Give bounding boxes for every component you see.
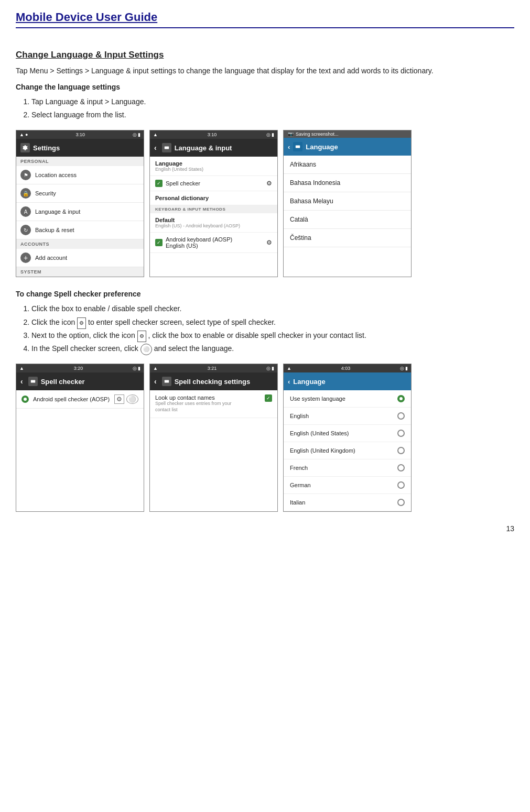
back-arrow-5: ‹ xyxy=(154,377,157,386)
wifi-icon-4: ◎ xyxy=(133,366,137,371)
spell-checker-gear-icon[interactable]: ⚙ xyxy=(266,180,272,187)
english-us-radio xyxy=(397,430,405,437)
page-number: 13 xyxy=(16,524,514,533)
default-item[interactable]: Default English (US) - Android keyboard … xyxy=(150,213,277,233)
page-title: Mobile Device User Guide xyxy=(16,10,514,28)
phone-screen-spell-settings: ▲ 3:21 ◎ ▮ ‹ Spell checking settings Loo… xyxy=(149,364,278,512)
phone-screen-lang-input: ▲ 3:10 ◎ ▮ ‹ Language & input Language E… xyxy=(149,130,278,277)
plus-icon: + xyxy=(20,253,31,263)
screen2-header-bar: ‹ Language & input xyxy=(150,139,277,157)
english-us-label: English (United States) xyxy=(290,430,349,436)
system-icons-5: ◎ ▮ xyxy=(266,366,274,371)
lang-input-list: Language English (United States) ✓ Spell… xyxy=(150,157,277,253)
spell-lang-icon[interactable]: ⚪ xyxy=(126,394,138,404)
catala-item[interactable]: Català xyxy=(284,211,411,229)
spell-checker-checkbox[interactable]: ✓ xyxy=(155,180,163,187)
phone-screen-spell-checker: ▲ 3:20 ◎ ▮ ‹ Spell checker A xyxy=(16,364,144,512)
status-bar-1: ▲ ● 3:10 ◎ ▮ xyxy=(16,130,144,139)
status-bar-6: ▲ 4:03 ◎ ▮ xyxy=(284,364,411,372)
status-icons-5: ▲ xyxy=(153,366,158,371)
section1-intro: Tap Menu > Settings > Language & input s… xyxy=(16,65,514,76)
english-uk-item[interactable]: English (United Kingdom) xyxy=(284,442,411,459)
notif-icon-2: ▲ xyxy=(153,132,158,137)
bahasa-indonesia-item[interactable]: Bahasa Indonesia xyxy=(284,174,411,192)
english-item[interactable]: English xyxy=(284,408,411,425)
notif-icon-6: ▲ xyxy=(287,366,291,371)
phone-screen-lang-radio: ▲ 4:03 ◎ ▮ ‹ Language Use system languag… xyxy=(283,364,412,512)
add-account-item[interactable]: + Add account xyxy=(16,249,144,267)
security-label: Security xyxy=(35,190,56,196)
use-system-language-item[interactable]: Use system language xyxy=(284,390,411,408)
lookup-contact-item[interactable]: Look up contact names Spell checker uses… xyxy=(150,390,277,418)
system-icons-6: ◎ ▮ xyxy=(400,366,408,371)
battery-icon-2: ▮ xyxy=(272,132,274,137)
security-item[interactable]: 🔒 Security xyxy=(16,184,144,203)
settings-list-1: PERSONAL ⚑ Location access 🔒 Security A … xyxy=(16,157,144,277)
section1-title: Change Language & Input Settings xyxy=(16,50,514,60)
english-radio xyxy=(397,412,405,420)
spell-checker-item[interactable]: ✓ Spell checker ⚙ xyxy=(150,176,277,191)
french-radio xyxy=(397,464,405,471)
section1-step-1: Tap Language & input > Language. xyxy=(31,95,514,108)
section1-subsection: Change the language settings xyxy=(16,83,514,91)
location-access-item[interactable]: ⚑ Location access xyxy=(16,166,144,184)
add-account-label: Add account xyxy=(35,255,67,261)
bahasa-melayu-item[interactable]: Bahasa Melayu xyxy=(284,192,411,211)
spell-checker-icon-ref: ⚙ xyxy=(77,317,86,329)
english-uk-radio xyxy=(397,447,405,454)
globe-icon-ref: ⚪ xyxy=(140,344,152,355)
lang-input-icon xyxy=(162,143,171,152)
system-section-label: SYSTEM xyxy=(16,267,144,277)
personal-dict-label: Personal dictionary xyxy=(155,195,272,201)
spell-item-left: Android spell checker (AOSP) xyxy=(21,396,110,403)
personal-dict-item[interactable]: Personal dictionary xyxy=(150,191,277,205)
italian-item[interactable]: Italian xyxy=(284,494,411,511)
section1-steps: Tap Language & input > Language. Select … xyxy=(31,95,514,122)
android-kb-item[interactable]: ✓ Android keyboard (AOSP) English (US) ⚙ xyxy=(150,233,277,253)
default-label: Default xyxy=(155,217,272,223)
status-icons-1: ▲ ● xyxy=(19,132,28,137)
backup-reset-label: Backup & reset xyxy=(35,227,74,233)
backup-reset-item[interactable]: ↻ Backup & reset xyxy=(16,221,144,239)
notification-icon: ▲ xyxy=(19,132,24,137)
cestina-item[interactable]: Čeština xyxy=(284,229,411,247)
spell-settings-icon[interactable]: ⚙ xyxy=(114,394,124,404)
spell-settings-list: Look up contact names Spell checker uses… xyxy=(150,390,277,418)
section1-step-2: Select language from the list. xyxy=(31,108,514,122)
spell-checker-header-icon xyxy=(28,377,38,386)
german-label: German xyxy=(290,482,311,488)
language-list-icon xyxy=(293,142,302,151)
option-icon-ref: ⚙ xyxy=(137,331,146,342)
android-spell-checker-item[interactable]: Android spell checker (AOSP) ⚙ ⚪ xyxy=(16,390,144,409)
android-spell-label: Android spell checker (AOSP) xyxy=(33,396,110,402)
notif-icon-5: ▲ xyxy=(153,366,158,371)
android-kb-label: Android keyboard (AOSP) xyxy=(166,236,232,243)
status-bar-2: ▲ 3:10 ◎ ▮ xyxy=(150,130,277,139)
saving-screenshot-icon: 📷 xyxy=(288,131,294,137)
german-item[interactable]: German xyxy=(284,477,411,494)
french-item[interactable]: French xyxy=(284,459,411,477)
screen5-title: Spell checking settings xyxy=(175,378,251,386)
afrikaans-item[interactable]: Afrikaans xyxy=(284,156,411,174)
system-lang-radio xyxy=(397,395,405,402)
status-bar-5: ▲ 3:21 ◎ ▮ xyxy=(150,364,277,372)
svg-rect-0 xyxy=(165,147,169,149)
lookup-checkbox[interactable]: ✓ xyxy=(265,394,272,402)
android-kb-checkbox[interactable]: ✓ xyxy=(155,239,163,246)
screen4-title: Spell checker xyxy=(41,378,85,386)
screen6-header-bar: ‹ Language xyxy=(284,372,411,390)
spell-checker-label: Spell checker xyxy=(166,180,200,186)
language-item[interactable]: Language English (United States) xyxy=(150,157,277,176)
english-us-item[interactable]: English (United States) xyxy=(284,425,411,442)
default-value: English (US) - Android keyboard (AOSP) xyxy=(155,223,272,228)
system-icons-4: ◎ ▮ xyxy=(133,366,140,371)
lang-radio-list: Use system language English English (Uni… xyxy=(284,390,411,511)
status-icons-2: ▲ xyxy=(153,132,158,137)
status-icons-6: ▲ xyxy=(287,366,291,371)
lookup-sub: Spell checker uses entries from your con… xyxy=(155,401,239,413)
language-input-item[interactable]: A Language & input xyxy=(16,203,144,221)
back-arrow-4: ‹ xyxy=(20,377,23,386)
android-kb-gear-icon[interactable]: ⚙ xyxy=(266,239,272,246)
spell-checker-controls: ⚙ ⚪ xyxy=(114,394,138,404)
status-icons-4: ▲ xyxy=(19,366,24,371)
